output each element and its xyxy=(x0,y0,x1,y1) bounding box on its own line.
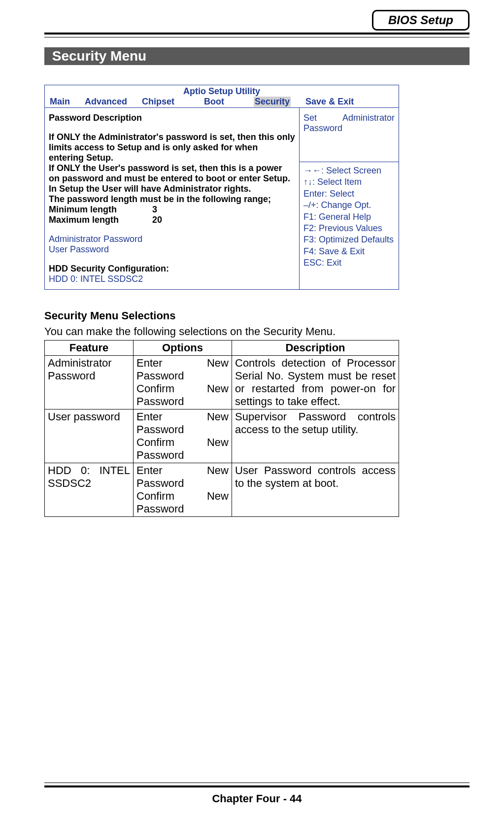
col-options: Options xyxy=(134,341,232,356)
options-cell: Enter New Password Confirm New Password xyxy=(134,356,232,409)
password-description-heading: Password Description xyxy=(49,113,295,123)
hdd-item[interactable]: HDD 0: INTEL SSDSC2 xyxy=(49,274,295,284)
bios-right-pane: Set Password Administrator →←: Select Sc… xyxy=(300,108,399,289)
bios-tab-bar: Main Advanced Chipset Boot Security Save… xyxy=(45,97,399,108)
opt-word: New xyxy=(207,410,229,423)
tab-advanced[interactable]: Advanced xyxy=(85,97,127,107)
bios-help-top: Set Password Administrator xyxy=(300,108,399,162)
opt-word: New xyxy=(207,490,229,502)
header-chip: BIOS Setup xyxy=(372,10,470,31)
min-length-label: Minimum length xyxy=(49,204,152,215)
opt-word: New xyxy=(207,382,229,395)
description-cell: Supervisor Password controls access to t… xyxy=(232,409,399,463)
col-description: Description xyxy=(232,341,399,356)
tab-chipset[interactable]: Chipset xyxy=(142,97,174,107)
description-text: Controls detection of Processor Serial N… xyxy=(235,357,396,408)
table-row: Administrator Password Enter New Passwor… xyxy=(45,356,399,409)
col-feature: Feature xyxy=(45,341,134,356)
help-select-item: ↑↓: Select Item xyxy=(303,176,395,188)
tab-boot[interactable]: Boot xyxy=(204,97,224,107)
opt-word: Confirm xyxy=(136,382,174,395)
footer-text: Chapter Four - 44 xyxy=(44,792,470,805)
tab-security[interactable]: Security xyxy=(254,97,291,107)
min-length-value: 3 xyxy=(152,204,157,215)
opt-word: New xyxy=(207,464,229,477)
feature-cell: User password xyxy=(45,409,134,463)
bios-left-pane: Password Description If ONLY the Adminis… xyxy=(45,108,300,289)
password-description-p2: If ONLY the User's password is set, then… xyxy=(49,163,295,194)
opt-word: Password xyxy=(136,477,229,490)
description-cell: User Password controls access to the sys… xyxy=(232,463,399,517)
max-length-value: 20 xyxy=(152,215,162,225)
max-length-label: Maximum length xyxy=(49,215,152,225)
help-top-word-administrator: Administrator xyxy=(342,113,395,123)
opt-word: Password xyxy=(136,370,229,382)
section-title-bar: Security Menu xyxy=(44,47,470,65)
selections-table: Feature Options Description Administrato… xyxy=(44,340,399,517)
password-description-p1: If ONLY the Administrator's password is … xyxy=(49,132,295,163)
table-row: User password Enter New Password Confirm… xyxy=(45,409,399,463)
max-length-row: Maximum length 20 xyxy=(49,215,295,225)
opt-word: Password xyxy=(136,503,229,515)
user-password-item[interactable]: User Password xyxy=(49,244,295,255)
opt-word: Password xyxy=(136,449,229,462)
opt-word: New xyxy=(207,436,229,448)
help-f1: F1: General Help xyxy=(303,211,395,223)
section-title: Security Menu xyxy=(52,48,146,64)
help-enter: Enter: Select xyxy=(303,188,395,200)
opt-word: Confirm xyxy=(136,490,174,502)
opt-word: Confirm xyxy=(136,436,174,448)
password-range-line: The password length must be in the follo… xyxy=(49,194,295,204)
description-text: Supervisor Password controls access to t… xyxy=(235,410,396,436)
opt-word: Enter xyxy=(136,410,163,423)
bios-help-keys: →←: Select Screen ↑↓: Select Item Enter:… xyxy=(300,162,399,274)
table-header-row: Feature Options Description xyxy=(45,341,399,356)
feature-cell: Administrator Password xyxy=(45,356,134,409)
opt-word: Password xyxy=(136,423,229,436)
table-row: HDD 0: INTEL SSDSC2 Enter New Password C… xyxy=(45,463,399,517)
administrator-password-item[interactable]: Administrator Password xyxy=(49,234,295,244)
options-cell: Enter New Password Confirm New Password xyxy=(134,463,232,517)
help-top-word-password: Password xyxy=(303,123,342,133)
help-esc: ESC: Exit xyxy=(303,257,395,269)
feature-cell: HDD 0: INTEL SSDSC2 xyxy=(45,463,134,517)
help-change-opt: –/+: Change Opt. xyxy=(303,200,395,211)
opt-word: Enter xyxy=(136,464,163,477)
tab-main[interactable]: Main xyxy=(50,97,70,107)
selections-heading: Security Menu Selections xyxy=(44,309,470,322)
footer-rule xyxy=(44,783,470,787)
hdd-security-heading: HDD Security Configuration: xyxy=(49,264,295,274)
help-top-word-set: Set xyxy=(303,113,317,123)
help-f4: F4: Save & Exit xyxy=(303,246,395,257)
header-rule xyxy=(44,33,470,37)
options-cell: Enter New Password Confirm New Password xyxy=(134,409,232,463)
tab-save-exit[interactable]: Save & Exit xyxy=(305,97,354,107)
help-select-screen: →←: Select Screen xyxy=(303,165,395,176)
opt-word: New xyxy=(207,357,229,369)
description-cell: Controls detection of Processor Serial N… xyxy=(232,356,399,409)
help-f3: F3: Optimized Defaults xyxy=(303,234,395,245)
opt-word: Enter xyxy=(136,357,163,369)
selections-intro: You can make the following selections on… xyxy=(44,325,470,338)
help-f2: F2: Previous Values xyxy=(303,223,395,234)
bios-utility-title: Aptio Setup Utility xyxy=(45,85,399,97)
min-length-row: Minimum length 3 xyxy=(49,204,295,215)
description-text: User Password controls access to the sys… xyxy=(235,464,396,490)
bios-screen: Aptio Setup Utility Main Advanced Chipse… xyxy=(44,85,399,290)
opt-word: Password xyxy=(136,395,229,408)
